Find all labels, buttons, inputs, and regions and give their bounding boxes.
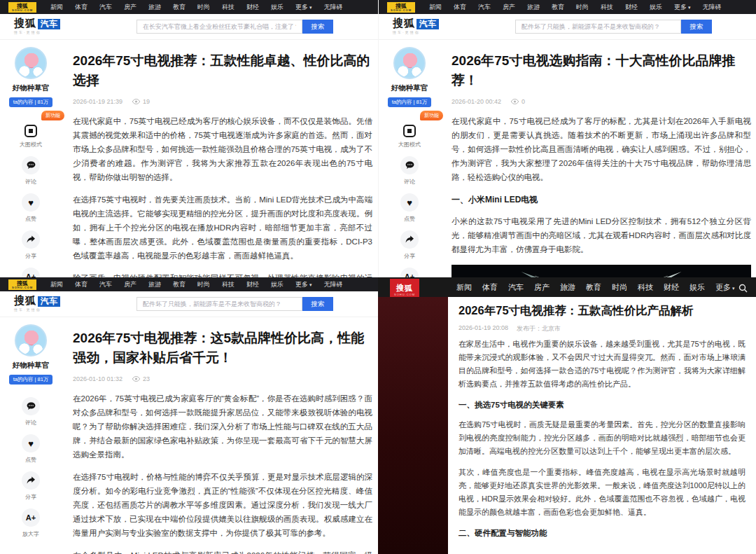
left-red-rail (378, 297, 448, 554)
author-name[interactable]: 好物种草官 (13, 361, 50, 371)
comment-icon (27, 402, 36, 410)
nav-item-travel[interactable]: 旅游 (148, 3, 161, 12)
nav-item-fashion[interactable]: 时尚 (612, 282, 627, 293)
like-button[interactable]: ♥ (22, 434, 40, 452)
author-name[interactable]: 好物种草官 (13, 83, 50, 93)
like-label: 点赞 (25, 215, 36, 223)
nav-item-tech[interactable]: 科技 (638, 282, 653, 293)
nav-item-tech[interactable]: 科技 (222, 280, 234, 289)
nav-item-finance[interactable]: 财经 (246, 280, 259, 289)
nav-item-news[interactable]: 新闻 (429, 3, 442, 12)
font-size-label: 放大字 (22, 530, 39, 538)
avatar[interactable] (393, 47, 426, 79)
nav-item-auto[interactable]: 汽车 (99, 3, 112, 12)
nav-item-travel[interactable]: 旅游 (148, 280, 161, 289)
nav-item-accessibility[interactable]: 无障碍 (703, 3, 722, 12)
article: 2026年75寸电视推荐：五款性能卓越、性价比高的选择 2026-01-19 2… (62, 40, 378, 277)
comment-button[interactable] (22, 156, 40, 174)
nav-item-news[interactable]: 新闻 (50, 280, 63, 289)
views-count: 0 (522, 98, 525, 105)
nav-item-travel[interactable]: 旅游 (560, 282, 575, 293)
sohu-logo[interactable]: 搜狐SOHU.COM (8, 2, 36, 13)
nav-item-entertainment[interactable]: 娱乐 (271, 280, 284, 289)
nav-item-finance[interactable]: 财经 (625, 3, 638, 12)
nav-item-auto[interactable]: 汽车 (508, 282, 524, 293)
share-button[interactable] (400, 230, 419, 249)
brand-auto-text: 汽车 (416, 19, 439, 29)
author-name[interactable]: 好物种草官 (391, 83, 428, 93)
nav-item-auto[interactable]: 汽车 (478, 3, 491, 12)
large-image-mode-icon[interactable] (24, 125, 37, 137)
like-button[interactable]: ♥ (22, 193, 40, 212)
sohu-logo[interactable]: 搜狐SOHU.COM (8, 279, 36, 290)
share-button[interactable] (22, 230, 40, 249)
sohu-auto-logo[interactable]: 搜狐汽车 懂车·更懂你 (14, 295, 60, 312)
search-input[interactable] (515, 20, 681, 34)
page-content: 好物种草官 ta的内容 | 81万 评论 ♥ 点赞 分享 A+ 放大字 2026… (0, 317, 378, 554)
nav-item-realestate[interactable]: 房产 (124, 280, 136, 289)
search-input[interactable] (136, 297, 302, 311)
article-image-dark-wings (451, 265, 751, 277)
share-button[interactable] (22, 471, 40, 490)
nav-item-sports[interactable]: 体育 (75, 280, 88, 289)
search-button[interactable] (738, 283, 748, 296)
nav-item-realestate[interactable]: 房产 (503, 3, 515, 12)
nav-item-accessibility[interactable]: 无障碍 (324, 3, 343, 12)
article-subheading: 二、硬件配置与智能功能 (458, 528, 746, 539)
sohu-auto-logo[interactable]: 搜狐汽车 懂车·更懂你 (393, 18, 439, 34)
author-sidebar: 好物种草官 ta的内容 | 81万 新功能 大图模式 评论 ♥ 点赞 分享 A+… (0, 40, 62, 277)
search-bar: 搜索 (136, 297, 333, 311)
comment-button[interactable] (22, 397, 40, 415)
nav-item-entertainment[interactable]: 娱乐 (650, 3, 662, 12)
search-button[interactable]: 搜索 (681, 20, 712, 34)
site-header: 搜狐汽车 懂车·更懂你 搜索 (379, 14, 756, 40)
new-feature-badge: 新功能 (41, 111, 64, 120)
nav-item-realestate[interactable]: 房产 (534, 282, 550, 293)
nav-item-news[interactable]: 新闻 (456, 282, 472, 293)
nav-item-entertainment[interactable]: 娱乐 (690, 282, 705, 293)
nav-item-news[interactable]: 新闻 (50, 3, 63, 12)
heart-icon: ♥ (28, 439, 34, 448)
font-size-button[interactable]: A+ (22, 268, 40, 277)
nav-item-sports[interactable]: 体育 (482, 282, 498, 293)
nav-item-tech[interactable]: 科技 (222, 3, 234, 12)
nav-item-realestate[interactable]: 房产 (124, 3, 136, 12)
comment-button[interactable] (400, 156, 419, 174)
large-image-mode-icon[interactable] (403, 125, 416, 137)
brand-auto-text: 汽车 (38, 19, 60, 29)
nav-item-travel[interactable]: 旅游 (527, 3, 540, 12)
nav-item-finance[interactable]: 财经 (246, 3, 259, 12)
nav-item-tech[interactable]: 科技 (601, 3, 613, 12)
nav-item-education[interactable]: 教育 (552, 3, 564, 12)
nav-item-more[interactable]: 更多▾ (674, 3, 691, 12)
nav-item-auto[interactable]: 汽车 (99, 280, 112, 289)
search-button[interactable]: 搜索 (302, 297, 333, 311)
nav-item-entertainment[interactable]: 娱乐 (271, 3, 284, 12)
chevron-down-icon: ▾ (309, 5, 312, 10)
nav-item-sports[interactable]: 体育 (454, 3, 466, 12)
nav-item-fashion[interactable]: 时尚 (576, 3, 589, 12)
like-button[interactable]: ♥ (400, 193, 419, 212)
font-size-button[interactable]: A+ (400, 268, 419, 277)
nav-item-education[interactable]: 教育 (173, 3, 186, 12)
nav-item-more[interactable]: 更多▾ (295, 280, 312, 289)
sohu-auto-logo[interactable]: 搜狐汽车 懂车·更懂你 (14, 18, 60, 34)
nav-item-education[interactable]: 教育 (586, 282, 601, 293)
font-size-button[interactable]: A+ (22, 508, 40, 527)
nav-item-more[interactable]: 更多▾ (715, 282, 735, 293)
search-button[interactable]: 搜索 (302, 20, 333, 34)
avatar[interactable] (15, 324, 47, 356)
avatar[interactable] (15, 47, 47, 79)
nav-item-accessibility[interactable]: 无障碍 (324, 280, 343, 289)
article: 2026年75寸电视推荐：五款高性价比产品解析 2026-01-19 20:08… (458, 301, 746, 546)
nav-item-more[interactable]: 更多▾ (295, 3, 312, 12)
nav-item-education[interactable]: 教育 (173, 280, 186, 289)
nav-item-sports[interactable]: 体育 (75, 3, 88, 12)
nav-item-finance[interactable]: 财经 (664, 282, 679, 293)
nav-item-fashion[interactable]: 时尚 (197, 3, 210, 12)
nav-item-fashion[interactable]: 时尚 (197, 280, 210, 289)
sohu-logo[interactable]: 搜狐SOHU.COM (387, 2, 415, 13)
sohu-red-logo[interactable]: 搜狐SOHU.COM (390, 279, 419, 297)
search-input[interactable] (136, 20, 302, 34)
article-paragraph: 在选择75寸电视时，价格与性能的博弈不仅关乎预算，更是对显示技术底层逻辑的深度分… (73, 470, 372, 540)
